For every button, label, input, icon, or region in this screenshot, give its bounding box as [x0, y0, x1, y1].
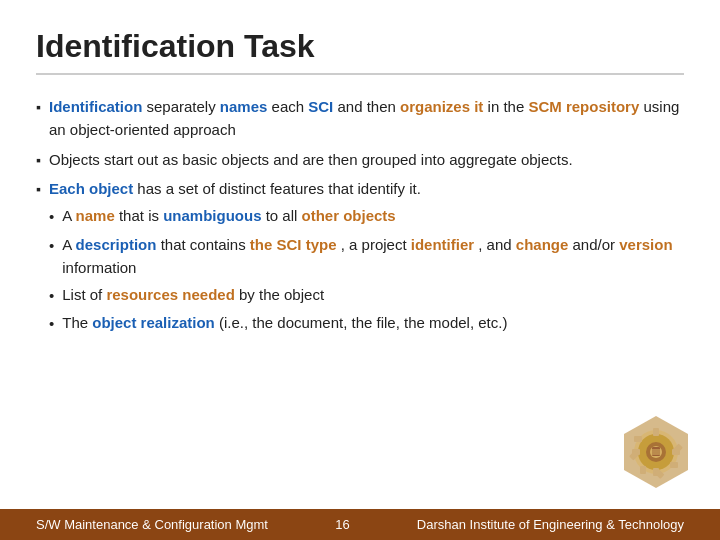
text-each-object: Each object: [49, 180, 133, 197]
text-separately: separately: [146, 98, 219, 115]
footer-left-text: S/W Maintenance & Configuration Mgmt: [36, 517, 268, 532]
text-andor: and/or: [573, 236, 620, 253]
footer-right-text: Darshan Institute of Engineering & Techn…: [417, 517, 684, 532]
svg-rect-10: [640, 466, 646, 474]
text-list-of: List of: [62, 286, 106, 303]
text-unambiguous: unambiguous: [163, 207, 261, 224]
bullet-square-2: ▪: [36, 150, 41, 172]
footer-page-number: 16: [335, 517, 349, 532]
footer-row: S/W Maintenance & Configuration Mgmt 16 …: [36, 517, 684, 532]
text-version: version: [619, 236, 672, 253]
slide: Identification Task ▪ Identification sep…: [0, 0, 720, 540]
text-organizes: organizes it: [400, 98, 483, 115]
dot-1: •: [49, 205, 54, 228]
sub-bullet-4: • The object realization (i.e., the docu…: [49, 311, 684, 335]
sub-bullet-1: • A name that is unambiguous to all othe…: [49, 204, 684, 228]
sub-text-1: A name that is unambiguous to all other …: [62, 204, 684, 227]
text-proj-id: , a project: [341, 236, 411, 253]
text-identifier: identifier: [411, 236, 474, 253]
text-a2: A: [62, 236, 75, 253]
text-by-object: by the object: [239, 286, 324, 303]
text-a1: A: [62, 207, 75, 224]
text-sci: SCI: [308, 98, 333, 115]
dot-3: •: [49, 284, 54, 307]
bullet-text-2: Objects start out as basic objects and a…: [49, 148, 684, 171]
logo-area: [616, 412, 696, 492]
slide-title: Identification Task: [36, 28, 684, 75]
bullet-text-1: Identification separately names each SCI…: [49, 95, 684, 142]
text-description: description: [76, 236, 157, 253]
bullet-item-1: ▪ Identification separately names each S…: [36, 95, 684, 142]
sub-text-4: The object realization (i.e., the docume…: [62, 311, 684, 334]
text-each: each: [272, 98, 309, 115]
sub-bullets: • A name that is unambiguous to all othe…: [49, 204, 684, 335]
bullet-item-2: ▪ Objects start out as basic objects and…: [36, 148, 684, 172]
text-in-the: in the: [488, 98, 529, 115]
dot-2: •: [49, 234, 54, 257]
text-the: The: [62, 314, 92, 331]
sub-bullet-3: • List of resources needed by the object: [49, 283, 684, 307]
text-scm: SCM repository: [528, 98, 639, 115]
text-change: change: [516, 236, 569, 253]
bullet-text-3: Each object has a set of distinct featur…: [49, 177, 684, 340]
text-and-then: and then: [337, 98, 400, 115]
text-that-is: that is: [119, 207, 163, 224]
text-that-contains: that contains: [161, 236, 250, 253]
bullet-square-1: ▪: [36, 97, 41, 119]
text-objects: Objects start out as basic objects and a…: [49, 151, 573, 168]
sub-text-3: List of resources needed by the object: [62, 283, 684, 306]
sub-text-2: A description that contains the SCI type…: [62, 233, 684, 280]
dot-4: •: [49, 312, 54, 335]
svg-rect-3: [653, 428, 659, 436]
text-and-change: , and: [478, 236, 516, 253]
svg-rect-12: [634, 436, 642, 442]
gear-logo-icon: [616, 412, 696, 492]
text-ie: (i.e., the document, the file, the model…: [219, 314, 507, 331]
text-names: names: [220, 98, 268, 115]
svg-rect-8: [670, 462, 678, 468]
text-information: information: [62, 259, 136, 276]
text-other-objects: other objects: [302, 207, 396, 224]
text-identification: Identification: [49, 98, 142, 115]
bullet-item-3: ▪ Each object has a set of distinct feat…: [36, 177, 684, 340]
bullet-square-3: ▪: [36, 179, 41, 201]
sub-bullet-2: • A description that contains the SCI ty…: [49, 233, 684, 280]
text-has-set: has a set of distinct features that iden…: [137, 180, 420, 197]
slide-content: ▪ Identification separately names each S…: [36, 85, 684, 503]
footer: S/W Maintenance & Configuration Mgmt 16 …: [0, 509, 720, 540]
text-sci-type: the SCI type: [250, 236, 337, 253]
text-to-all: to all: [266, 207, 302, 224]
text-object-realization: object realization: [92, 314, 215, 331]
text-name: name: [76, 207, 115, 224]
text-resources-needed: resources needed: [106, 286, 234, 303]
